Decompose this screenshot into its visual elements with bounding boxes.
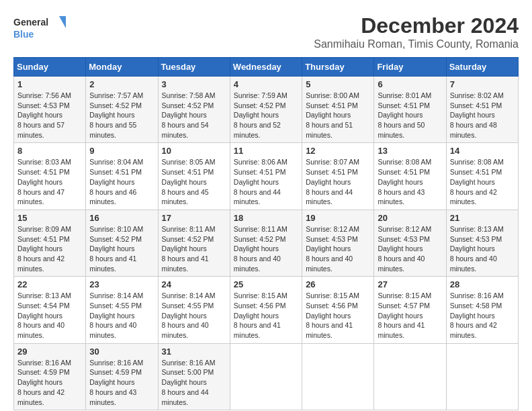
day-info: Sunrise: 8:02 AMSunset: 4:51 PMDaylight … — [450, 91, 504, 139]
calendar-cell — [230, 343, 302, 410]
week-row-2: 8 Sunrise: 8:03 AMSunset: 4:51 PMDayligh… — [14, 143, 519, 210]
day-number: 23 — [89, 279, 154, 289]
day-number: 7 — [450, 79, 515, 89]
week-row-5: 29 Sunrise: 8:16 AMSunset: 4:59 PMDaylig… — [14, 343, 519, 410]
day-number: 22 — [17, 279, 82, 289]
calendar-cell: 4 Sunrise: 7:59 AMSunset: 4:52 PMDayligh… — [230, 77, 302, 143]
day-number: 19 — [306, 213, 370, 223]
weekday-monday: Monday — [86, 58, 158, 77]
day-info: Sunrise: 8:11 AMSunset: 4:52 PMDaylight … — [162, 225, 216, 273]
weekday-tuesday: Tuesday — [158, 58, 230, 77]
day-number: 27 — [378, 279, 442, 289]
day-info: Sunrise: 8:09 AMSunset: 4:51 PMDaylight … — [17, 225, 71, 273]
day-info: Sunrise: 8:11 AMSunset: 4:52 PMDaylight … — [234, 225, 287, 273]
calendar-cell — [374, 343, 446, 410]
calendar-cell: 1 Sunrise: 7:56 AMSunset: 4:53 PMDayligh… — [14, 77, 86, 143]
day-number: 18 — [234, 213, 298, 223]
day-info: Sunrise: 7:57 AMSunset: 4:52 PMDaylight … — [89, 91, 143, 139]
logo-svg: General Blue — [13, 13, 67, 43]
day-number: 30 — [89, 347, 154, 357]
day-info: Sunrise: 8:16 AMSunset: 4:59 PMDaylight … — [89, 359, 143, 406]
day-number: 10 — [162, 146, 226, 156]
day-info: Sunrise: 8:00 AMSunset: 4:51 PMDaylight … — [306, 91, 359, 139]
day-info: Sunrise: 7:56 AMSunset: 4:53 PMDaylight … — [17, 91, 71, 139]
calendar-cell: 20 Sunrise: 8:12 AMSunset: 4:53 PMDaylig… — [374, 210, 446, 276]
day-number: 13 — [378, 146, 442, 156]
calendar-cell: 17 Sunrise: 8:11 AMSunset: 4:52 PMDaylig… — [158, 210, 230, 276]
calendar-cell: 27 Sunrise: 8:15 AMSunset: 4:57 PMDaylig… — [374, 277, 446, 343]
weekday-thursday: Thursday — [302, 58, 374, 77]
calendar-cell: 28 Sunrise: 8:16 AMSunset: 4:58 PMDaylig… — [446, 277, 518, 343]
day-number: 14 — [450, 146, 515, 156]
calendar-cell: 10 Sunrise: 8:05 AMSunset: 4:51 PMDaylig… — [158, 143, 230, 210]
svg-text:General: General — [13, 17, 48, 28]
main-title: December 2024 — [314, 13, 519, 38]
calendar-cell: 22 Sunrise: 8:13 AMSunset: 4:54 PMDaylig… — [14, 277, 86, 343]
day-number: 26 — [306, 279, 370, 289]
day-number: 2 — [89, 79, 154, 89]
day-number: 29 — [17, 347, 82, 357]
day-number: 11 — [234, 146, 298, 156]
calendar-cell: 26 Sunrise: 8:15 AMSunset: 4:56 PMDaylig… — [302, 277, 374, 343]
day-number: 31 — [162, 347, 226, 357]
header: General Blue December 2024 Sanmihaiu Rom… — [13, 13, 519, 50]
day-info: Sunrise: 8:16 AMSunset: 5:00 PMDaylight … — [162, 359, 216, 406]
day-info: Sunrise: 8:07 AMSunset: 4:51 PMDaylight … — [306, 158, 359, 205]
calendar-cell: 21 Sunrise: 8:13 AMSunset: 4:53 PMDaylig… — [446, 210, 518, 276]
calendar-cell: 8 Sunrise: 8:03 AMSunset: 4:51 PMDayligh… — [14, 143, 86, 210]
day-info: Sunrise: 8:16 AMSunset: 4:58 PMDaylight … — [450, 291, 504, 339]
day-number: 28 — [450, 279, 515, 289]
day-number: 20 — [378, 213, 442, 223]
day-info: Sunrise: 8:16 AMSunset: 4:59 PMDaylight … — [17, 359, 71, 406]
calendar-cell: 3 Sunrise: 7:58 AMSunset: 4:52 PMDayligh… — [158, 77, 230, 143]
day-info: Sunrise: 8:08 AMSunset: 4:51 PMDaylight … — [450, 158, 504, 205]
subtitle: Sanmihaiu Roman, Timis County, Romania — [314, 38, 519, 50]
calendar-table: SundayMondayTuesdayWednesdayThursdayFrid… — [13, 57, 519, 410]
weekday-friday: Friday — [374, 58, 446, 77]
calendar-cell: 12 Sunrise: 8:07 AMSunset: 4:51 PMDaylig… — [302, 143, 374, 210]
day-number: 9 — [89, 146, 154, 156]
day-info: Sunrise: 8:10 AMSunset: 4:52 PMDaylight … — [89, 225, 143, 273]
calendar-cell: 2 Sunrise: 7:57 AMSunset: 4:52 PMDayligh… — [86, 77, 158, 143]
calendar-cell: 19 Sunrise: 8:12 AMSunset: 4:53 PMDaylig… — [302, 210, 374, 276]
calendar-cell: 30 Sunrise: 8:16 AMSunset: 4:59 PMDaylig… — [86, 343, 158, 410]
weekday-saturday: Saturday — [446, 58, 518, 77]
day-number: 16 — [89, 213, 154, 223]
calendar-cell: 11 Sunrise: 8:06 AMSunset: 4:51 PMDaylig… — [230, 143, 302, 210]
calendar-cell: 7 Sunrise: 8:02 AMSunset: 4:51 PMDayligh… — [446, 77, 518, 143]
day-info: Sunrise: 8:12 AMSunset: 4:53 PMDaylight … — [378, 225, 431, 273]
day-number: 1 — [17, 79, 82, 89]
week-row-4: 22 Sunrise: 8:13 AMSunset: 4:54 PMDaylig… — [14, 277, 519, 343]
day-info: Sunrise: 8:08 AMSunset: 4:51 PMDaylight … — [378, 158, 431, 205]
day-number: 24 — [162, 279, 226, 289]
weekday-wednesday: Wednesday — [230, 58, 302, 77]
calendar-cell: 23 Sunrise: 8:14 AMSunset: 4:55 PMDaylig… — [86, 277, 158, 343]
day-number: 3 — [162, 79, 226, 89]
day-number: 5 — [306, 79, 370, 89]
day-number: 6 — [378, 79, 442, 89]
day-info: Sunrise: 8:01 AMSunset: 4:51 PMDaylight … — [378, 91, 431, 139]
day-info: Sunrise: 7:58 AMSunset: 4:52 PMDaylight … — [162, 91, 216, 139]
logo: General Blue — [13, 13, 67, 43]
day-info: Sunrise: 8:06 AMSunset: 4:51 PMDaylight … — [234, 158, 287, 205]
day-info: Sunrise: 8:13 AMSunset: 4:54 PMDaylight … — [17, 291, 71, 339]
calendar-cell — [446, 343, 518, 410]
day-number: 12 — [306, 146, 370, 156]
calendar-cell: 16 Sunrise: 8:10 AMSunset: 4:52 PMDaylig… — [86, 210, 158, 276]
calendar-cell — [302, 343, 374, 410]
day-number: 8 — [17, 146, 82, 156]
svg-text:Blue: Blue — [13, 29, 34, 40]
weekday-sunday: Sunday — [14, 58, 86, 77]
day-info: Sunrise: 8:03 AMSunset: 4:51 PMDaylight … — [17, 158, 71, 205]
day-number: 4 — [234, 79, 298, 89]
title-area: December 2024 Sanmihaiu Roman, Timis Cou… — [314, 13, 519, 50]
day-info: Sunrise: 7:59 AMSunset: 4:52 PMDaylight … — [234, 91, 287, 139]
calendar-cell: 25 Sunrise: 8:15 AMSunset: 4:56 PMDaylig… — [230, 277, 302, 343]
day-info: Sunrise: 8:13 AMSunset: 4:53 PMDaylight … — [450, 225, 504, 273]
day-info: Sunrise: 8:15 AMSunset: 4:57 PMDaylight … — [378, 291, 431, 339]
calendar-cell: 5 Sunrise: 8:00 AMSunset: 4:51 PMDayligh… — [302, 77, 374, 143]
day-number: 17 — [162, 213, 226, 223]
day-info: Sunrise: 8:05 AMSunset: 4:51 PMDaylight … — [162, 158, 216, 205]
calendar-cell: 31 Sunrise: 8:16 AMSunset: 5:00 PMDaylig… — [158, 343, 230, 410]
day-number: 15 — [17, 213, 82, 223]
